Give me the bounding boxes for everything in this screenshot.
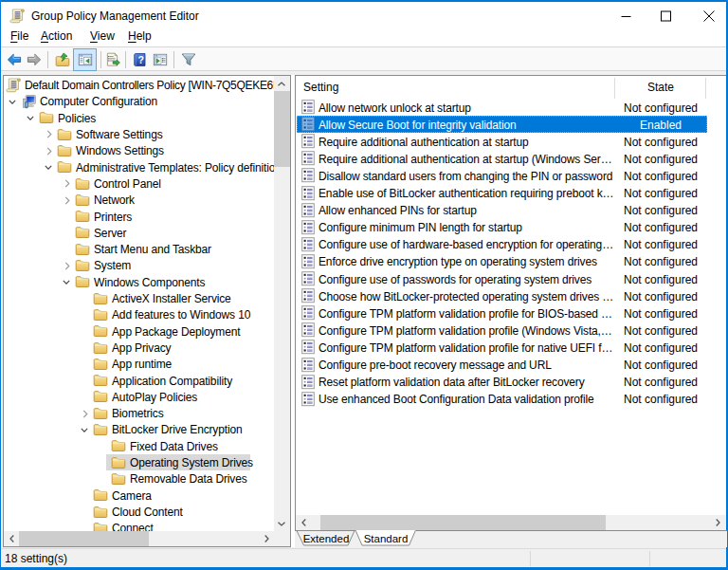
svg-text:Extended: Extended <box>303 533 350 544</box>
svg-text:Standard: Standard <box>364 533 409 544</box>
